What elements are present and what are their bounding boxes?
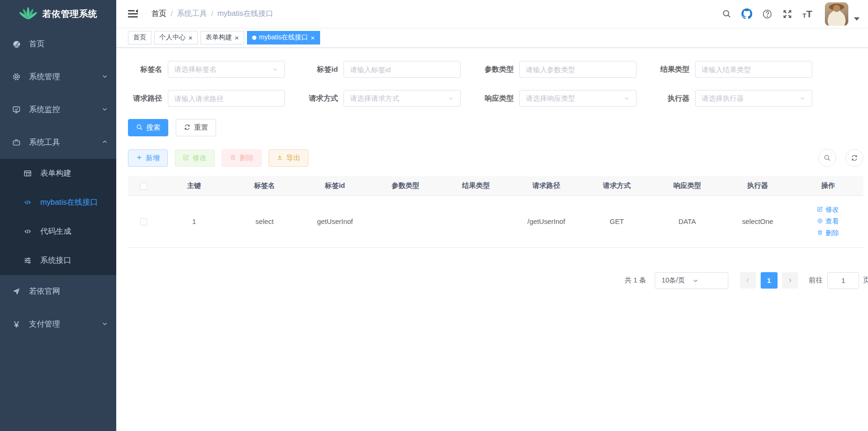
sidebar-item-home[interactable]: 首页 (0, 28, 116, 60)
page-number-button[interactable]: 1 (761, 272, 778, 289)
sidebar-item-system-tools[interactable]: 系统工具 (0, 126, 116, 159)
page-content: 标签名 请选择标签名 标签id 参数类型 结果类型 (116, 48, 868, 289)
table-toolbar: 新增 修改 删除 导出 (128, 149, 863, 167)
row-checkbox[interactable] (140, 218, 147, 225)
fullscreen-icon[interactable] (782, 9, 793, 19)
sidebar: 若依管理系统 首页 系统管理 系统监控 (0, 0, 116, 431)
edit-button[interactable]: 修改 (175, 149, 215, 167)
row-actions: 修改 查看 删除 (793, 205, 863, 238)
request-path-input[interactable] (174, 95, 278, 103)
chevron-down-icon (623, 95, 630, 102)
table-grid-icon (22, 169, 33, 178)
close-icon[interactable]: × (235, 34, 239, 41)
breadcrumb-separator: / (211, 10, 213, 18)
sidebar-item-code-generator[interactable]: 代码生成 (0, 217, 116, 246)
tags-view-bar: 首页 个人中心 × 表单构建 × mybatis在线接口 × (116, 28, 868, 48)
show-search-toggle-button[interactable] (818, 149, 836, 167)
row-view-link[interactable]: 查看 (817, 216, 839, 227)
prev-page-button[interactable] (740, 272, 756, 289)
app-title: 若依管理系统 (43, 8, 97, 20)
filter-label: 标签名 (128, 65, 168, 74)
sidebar-item-label: 支付管理 (29, 319, 60, 329)
font-size-icon[interactable]: TT (802, 9, 812, 19)
tab-profile[interactable]: 个人中心 × (154, 31, 198, 45)
refresh-table-button[interactable] (846, 149, 863, 167)
sidebar-item-label: 系统工具 (29, 137, 60, 148)
sidebar-item-mybatis-api[interactable]: mybatis在线接口 (0, 188, 116, 217)
param-type-input[interactable] (526, 66, 630, 74)
tab-label: 个人中心 (159, 33, 186, 42)
search-button[interactable]: 搜索 (128, 119, 168, 136)
table-row[interactable]: 1 select getUserInof /getUserInof GET DA… (128, 195, 863, 247)
user-menu[interactable] (825, 2, 860, 26)
sidebar-item-label: 系统监控 (29, 104, 60, 115)
reset-button-label: 重置 (194, 123, 208, 132)
tag-name-select[interactable]: 请选择标签名 (168, 61, 285, 78)
next-page-button[interactable] (782, 272, 798, 289)
chevron-down-icon (102, 320, 108, 329)
filter-item-tag-id: 标签id (304, 61, 479, 78)
export-button[interactable]: 导出 (269, 149, 308, 167)
tab-home[interactable]: 首页 (128, 31, 151, 45)
chevron-down-icon (448, 95, 454, 102)
edit-icon (183, 154, 189, 162)
tab-mybatis-api[interactable]: mybatis在线接口 × (247, 31, 320, 45)
result-type-input[interactable] (702, 66, 806, 74)
column-header: 请求路径 (511, 176, 581, 195)
page-size-select[interactable]: 10条/页 (655, 272, 728, 289)
sidebar-fold-icon[interactable] (126, 7, 140, 21)
executor-select[interactable]: 请选择执行器 (695, 90, 812, 107)
sidebar-item-official-site[interactable]: 若依官网 (0, 275, 116, 308)
add-button[interactable]: 新增 (128, 149, 168, 167)
help-icon[interactable] (762, 9, 772, 19)
column-header: 标签名 (229, 176, 299, 195)
sidebar-item-system-monitor[interactable]: 系统监控 (0, 93, 116, 126)
filter-item-executor: 执行器 请选择执行器 (655, 90, 831, 107)
github-icon[interactable] (741, 8, 752, 19)
response-type-select[interactable]: 请选择响应类型 (519, 90, 636, 107)
select-placeholder: 请选择标签名 (174, 65, 272, 74)
edit-icon (817, 206, 823, 214)
request-method-select[interactable]: 请选择请求方式 (344, 90, 461, 107)
toolbar-utils (818, 149, 863, 167)
select-placeholder: 请选择请求方式 (350, 94, 448, 103)
avatar[interactable] (825, 2, 848, 26)
sidebar-item-system-api[interactable]: 系统接口 (0, 246, 116, 275)
filter-label: 执行器 (655, 94, 695, 104)
sidebar-item-label: mybatis在线接口 (40, 197, 98, 208)
reset-button[interactable]: 重置 (176, 119, 216, 136)
close-icon[interactable]: × (311, 34, 315, 41)
search-icon[interactable] (722, 9, 732, 19)
sidebar-submenu-system-tools: 表单构建 mybatis在线接口 代码生成 系统接口 (0, 159, 116, 275)
chevron-up-icon (102, 138, 108, 147)
tab-label: 首页 (133, 33, 146, 42)
close-icon[interactable]: × (188, 34, 193, 41)
goto-page-input[interactable] (827, 272, 859, 289)
filter-row-1: 标签名 请选择标签名 标签id 参数类型 结果类型 (128, 61, 863, 78)
tag-id-input[interactable] (350, 66, 454, 74)
delete-button[interactable]: 删除 (222, 149, 262, 167)
navbar-actions: TT (722, 2, 860, 26)
active-dot-icon (252, 36, 256, 40)
filter-row-2: 请求路径 请求方式 请选择请求方式 响应类型 请选择响应类型 (128, 90, 863, 107)
app-logo[interactable]: 若依管理系统 (0, 0, 116, 28)
sidebar-item-form-builder[interactable]: 表单构建 (0, 159, 116, 188)
breadcrumb-home[interactable]: 首页 (151, 9, 166, 19)
logo-leaf-icon (19, 5, 37, 23)
row-delete-link[interactable]: 删除 (817, 228, 839, 238)
filter-label: 标签id (304, 65, 344, 74)
row-edit-label: 修改 (825, 205, 839, 214)
cell-response-type: DATA (652, 195, 722, 247)
sidebar-item-payment-manage[interactable]: ¥ 支付管理 (0, 308, 116, 341)
tab-form-builder[interactable]: 表单构建 × (201, 31, 244, 45)
monitor-icon (11, 105, 22, 114)
filter-item-result-type: 结果类型 (655, 61, 831, 78)
sidebar-item-system-manage[interactable]: 系统管理 (0, 60, 116, 93)
filter-item-tag-name: 标签名 请选择标签名 (128, 61, 304, 78)
trash-icon (230, 154, 236, 162)
column-header: 执行器 (722, 176, 793, 195)
row-edit-link[interactable]: 修改 (817, 205, 839, 215)
code-icon (22, 198, 33, 207)
select-all-checkbox[interactable] (140, 183, 147, 190)
chevron-down-icon (799, 95, 806, 102)
